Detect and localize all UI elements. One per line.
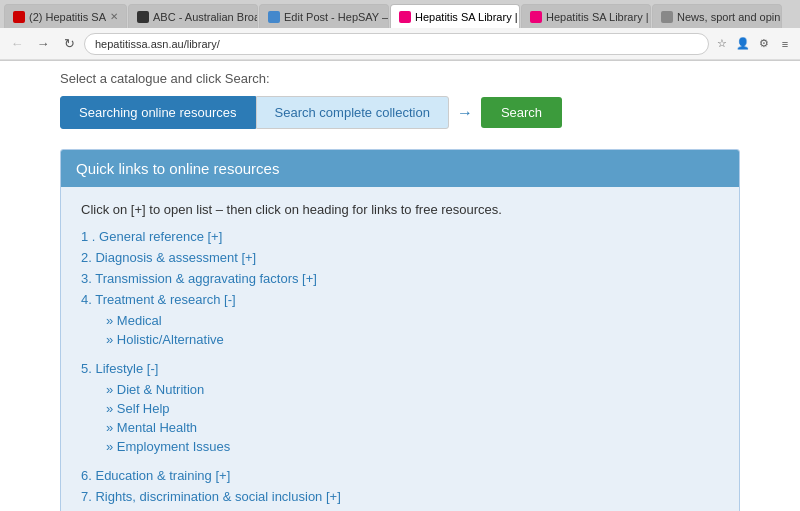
sub-item-medical: Medical — [106, 313, 719, 328]
browser-chrome: (2) Hepatitis SA ✕ ABC - Australian Broa… — [0, 0, 800, 61]
main-list: 1 . General reference [+] 2. Diagnosis &… — [81, 229, 719, 511]
extensions-icon[interactable]: ⚙ — [755, 35, 773, 53]
list-item-7: 7. Rights, discrimination & social inclu… — [81, 489, 719, 504]
browser-nav-icons: ☆ 👤 ⚙ ≡ — [713, 35, 794, 53]
sub-item-diet: Diet & Nutrition — [106, 382, 719, 397]
reload-button[interactable]: ↻ — [58, 33, 80, 55]
link-medical[interactable]: Medical — [117, 313, 162, 328]
link-diet[interactable]: Diet & Nutrition — [117, 382, 204, 397]
search-arrow-icon: → — [457, 104, 473, 122]
instruction-text: Click on [+] to open list – then click o… — [81, 202, 719, 217]
list-item-2: 2. Diagnosis & assessment [+] — [81, 250, 719, 265]
back-button[interactable]: ← — [6, 33, 28, 55]
tab-hepatitis-1[interactable]: Hepatitis SA Library | A... ✕ — [390, 4, 520, 28]
tab-edit[interactable]: Edit Post - HepSAY – W... ✕ — [259, 4, 389, 28]
link-general-reference-label[interactable]: . General reference [+] — [92, 229, 222, 244]
news-favicon — [661, 11, 673, 23]
quick-links-box: Quick links to online resources Click on… — [60, 149, 740, 511]
search-bar: Searching online resources Search comple… — [60, 96, 740, 129]
tab-abc[interactable]: ABC - Australian Broad... ✕ — [128, 4, 258, 28]
tab-gmail[interactable]: (2) Hepatitis SA ✕ — [4, 4, 127, 28]
list-item-4: 4. Treatment & research [-] Medical Holi… — [81, 292, 719, 355]
hep1-favicon — [399, 11, 411, 23]
list-item-5: 5. Lifestyle [-] Diet & Nutrition Self H… — [81, 361, 719, 462]
link-lifestyle[interactable]: 5. Lifestyle [-] — [81, 361, 158, 376]
list-item-3: 3. Transmission & aggravating factors [+… — [81, 271, 719, 286]
edit-favicon — [268, 11, 280, 23]
page-inner: Select a catalogue and click Search: Sea… — [40, 61, 760, 511]
forward-button[interactable]: → — [32, 33, 54, 55]
sub-item-mental: Mental Health — [106, 420, 719, 435]
bookmark-star-icon[interactable]: ☆ — [713, 35, 731, 53]
sub-list-treatment: Medical Holistic/Alternative — [81, 309, 719, 355]
search-tab-complete[interactable]: Search complete collection — [256, 96, 449, 129]
sub-item-holistic: Holistic/Alternative — [106, 332, 719, 347]
gmail-favicon — [13, 11, 25, 23]
tab-bar: (2) Hepatitis SA ✕ ABC - Australian Broa… — [0, 0, 800, 28]
account-icon[interactable]: 👤 — [734, 35, 752, 53]
quick-links-header: Quick links to online resources — [61, 150, 739, 187]
link-transmission[interactable]: 3. Transmission & aggravating factors [+… — [81, 271, 317, 286]
link-treatment[interactable]: 4. Treatment & research [-] — [81, 292, 236, 307]
link-selfhelp[interactable]: Self Help — [117, 401, 170, 416]
quick-links-body: Click on [+] to open list – then click o… — [61, 187, 739, 511]
search-prompt: Select a catalogue and click Search: — [60, 71, 740, 86]
menu-icon[interactable]: ≡ — [776, 35, 794, 53]
abc-favicon — [137, 11, 149, 23]
sub-list-lifestyle: Diet & Nutrition Self Help Mental Health… — [81, 378, 719, 462]
link-general-reference[interactable]: 1 — [81, 229, 88, 244]
search-tab-online[interactable]: Searching online resources — [60, 96, 256, 129]
nav-bar: ← → ↻ ☆ 👤 ⚙ ≡ — [0, 28, 800, 60]
link-mental[interactable]: Mental Health — [117, 420, 197, 435]
tab-news[interactable]: News, sport and opinion... ✕ — [652, 4, 782, 28]
link-holistic[interactable]: Holistic/Alternative — [117, 332, 224, 347]
list-item-1: 1 . General reference [+] — [81, 229, 719, 244]
sub-item-employment: Employment Issues — [106, 439, 719, 454]
hep2-favicon — [530, 11, 542, 23]
link-diagnosis[interactable]: 2. Diagnosis & assessment [+] — [81, 250, 256, 265]
address-bar[interactable] — [84, 33, 709, 55]
link-education[interactable]: 6. Education & training [+] — [81, 468, 230, 483]
search-button[interactable]: Search — [481, 97, 562, 128]
link-employment[interactable]: Employment Issues — [117, 439, 230, 454]
sub-item-selfhelp: Self Help — [106, 401, 719, 416]
tab-hepatitis-2[interactable]: Hepatitis SA Library | A... ✕ — [521, 4, 651, 28]
tab-close-gmail[interactable]: ✕ — [110, 11, 118, 22]
link-rights[interactable]: 7. Rights, discrimination & social inclu… — [81, 489, 341, 504]
page-content: Select a catalogue and click Search: Sea… — [0, 61, 800, 511]
list-item-6: 6. Education & training [+] — [81, 468, 719, 483]
